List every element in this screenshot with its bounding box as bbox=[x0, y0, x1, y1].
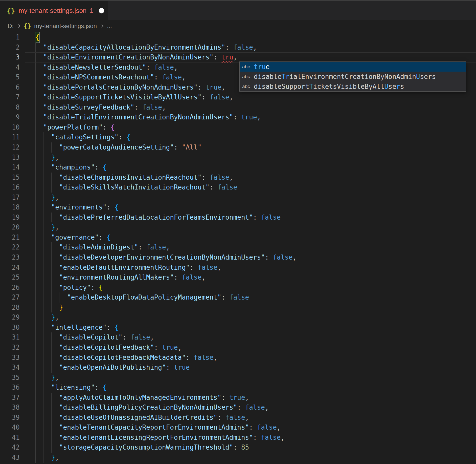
breadcrumb-file[interactable]: my-tenant-settings.json bbox=[34, 23, 97, 30]
code-line-33[interactable]: 33"disableCopilotFeedbackMetadata": fals… bbox=[0, 353, 476, 363]
suggest-label-segment: e bbox=[266, 63, 270, 71]
line-number[interactable]: 31 bbox=[0, 332, 20, 343]
code-line-11[interactable]: 11"catalogSettings": { bbox=[0, 132, 476, 142]
code-line-37[interactable]: 37"applyAutoClaimToOnlyManagedEnvironmen… bbox=[0, 393, 476, 403]
line-number[interactable]: 22 bbox=[0, 242, 20, 252]
line-number[interactable]: 28 bbox=[0, 303, 20, 313]
code-line-15[interactable]: 15"disableChampionsInvitationReachout": … bbox=[0, 173, 476, 183]
code-line-29[interactable]: 29}, bbox=[0, 312, 476, 323]
code-line-19[interactable]: 19"disablePreferredDataLocationForTeamsE… bbox=[0, 213, 476, 223]
line-number[interactable]: 2 bbox=[0, 43, 20, 53]
line-number[interactable]: 19 bbox=[0, 213, 20, 223]
line-number[interactable]: 18 bbox=[0, 202, 20, 213]
line-number[interactable]: 5 bbox=[0, 72, 20, 82]
line-number[interactable]: 4 bbox=[0, 62, 20, 73]
line-number[interactable]: 16 bbox=[0, 182, 20, 193]
code-line-23[interactable]: 23"disableDeveloperEnvironmentCreationBy… bbox=[0, 252, 476, 263]
modified-dot-icon[interactable] bbox=[99, 8, 104, 13]
line-number[interactable]: 25 bbox=[0, 272, 20, 283]
suggest-item-2[interactable]: abcdisableTrialEnvironmentCreationByNonA… bbox=[240, 72, 466, 81]
line-number[interactable]: 36 bbox=[0, 383, 20, 393]
code-line-41[interactable]: 41"enableTenantLicensingReportForEnviron… bbox=[0, 433, 476, 443]
line-number[interactable]: 42 bbox=[0, 442, 20, 453]
line-number[interactable]: 37 bbox=[0, 393, 20, 403]
indent-guide bbox=[43, 423, 51, 433]
code-line-22[interactable]: 22"disableAdminDigest": false, bbox=[0, 242, 476, 252]
code-line-43[interactable]: 43}, bbox=[0, 453, 476, 463]
code-line-20[interactable]: 20}, bbox=[0, 222, 476, 233]
line-number[interactable]: 24 bbox=[0, 263, 20, 273]
code-line-7[interactable]: 7"disableSupportTicketsVisibleByAllUsers… bbox=[0, 92, 476, 102]
line-number[interactable]: 30 bbox=[0, 323, 20, 333]
code-line-32[interactable]: 32"disableCopilotFeedback": true, bbox=[0, 343, 476, 353]
code-line-38[interactable]: 38"disableBillingPolicyCreationByNonAdmi… bbox=[0, 403, 476, 413]
line-number[interactable]: 15 bbox=[0, 173, 20, 183]
indent-guide bbox=[35, 353, 43, 363]
code-line-17[interactable]: 17}, bbox=[0, 193, 476, 203]
code-line-35[interactable]: 35}, bbox=[0, 373, 476, 383]
code-line-42[interactable]: 42"storageCapacityConsumptionWarningThre… bbox=[0, 442, 476, 453]
line-number[interactable]: 3 bbox=[0, 52, 20, 62]
breadcrumb-symbol[interactable]: ... bbox=[107, 23, 112, 30]
code-line-2[interactable]: 2"disableCapacityAllocationByEnvironment… bbox=[0, 43, 476, 53]
code-token: "disableDeveloperEnvironmentCreationByNo… bbox=[59, 252, 265, 263]
code-line-9[interactable]: 9"disableTrialEnvironmentCreationByNonAd… bbox=[0, 112, 476, 122]
line-number[interactable]: 21 bbox=[0, 233, 20, 243]
code-line-18[interactable]: 18"environments": { bbox=[0, 202, 476, 213]
line-number[interactable]: 13 bbox=[0, 153, 20, 163]
code-line-14[interactable]: 14"champions": { bbox=[0, 162, 476, 173]
line-number[interactable]: 41 bbox=[0, 433, 20, 443]
code-line-21[interactable]: 21"governance": { bbox=[0, 233, 476, 243]
tab-error-count-badge: 1 bbox=[90, 7, 93, 14]
code-token: : bbox=[249, 423, 257, 433]
line-number[interactable]: 27 bbox=[0, 292, 20, 303]
line-number[interactable]: 35 bbox=[0, 373, 20, 383]
code-line-8[interactable]: 8"disableSurveyFeedback": false, bbox=[0, 102, 476, 113]
code-line-10[interactable]: 10"powerPlatform": { bbox=[0, 122, 476, 133]
line-number[interactable]: 38 bbox=[0, 403, 20, 413]
code-line-24[interactable]: 24"enableDefaultEnvironmentRouting": fal… bbox=[0, 263, 476, 273]
line-number[interactable]: 43 bbox=[0, 453, 20, 463]
breadcrumb-drive[interactable]: D: bbox=[8, 23, 14, 30]
code-line-26[interactable]: 26"policy": { bbox=[0, 283, 476, 293]
line-number[interactable]: 17 bbox=[0, 193, 20, 203]
line-number[interactable]: 40 bbox=[0, 423, 20, 433]
line-number[interactable]: 9 bbox=[0, 112, 20, 122]
line-number[interactable]: 29 bbox=[0, 312, 20, 323]
code-line-34[interactable]: 34"enableOpenAiBotPublishing": true bbox=[0, 363, 476, 373]
line-number[interactable]: 33 bbox=[0, 353, 20, 363]
line-number[interactable]: 34 bbox=[0, 363, 20, 373]
line-number[interactable]: 1 bbox=[0, 32, 20, 43]
suggest-item-1[interactable]: abctrue bbox=[240, 62, 466, 72]
line-number[interactable]: 20 bbox=[0, 222, 20, 233]
editor[interactable]: 1{2"disableCapacityAllocationByEnvironme… bbox=[0, 32, 476, 463]
suggest-item-3[interactable]: abcdisableSupportTicketsVisibleByAllUser… bbox=[240, 81, 466, 91]
code-line-36[interactable]: 36"licensing": { bbox=[0, 383, 476, 393]
line-number[interactable]: 8 bbox=[0, 102, 20, 113]
code-line-12[interactable]: 12"powerCatalogAudienceSetting": "All" bbox=[0, 142, 476, 153]
active-tab[interactable]: {} my-tenant-settings.json 1 bbox=[0, 1, 108, 20]
code-line-16[interactable]: 16"disableSkillsMatchInvitationReachout"… bbox=[0, 182, 476, 193]
line-number[interactable]: 10 bbox=[0, 122, 20, 133]
line-number[interactable]: 7 bbox=[0, 92, 20, 102]
line-number[interactable]: 32 bbox=[0, 343, 20, 353]
code-line-39[interactable]: 39"disableUseOfUnassignedAIBuilderCredit… bbox=[0, 413, 476, 423]
code-line-13[interactable]: 13}, bbox=[0, 153, 476, 163]
line-number[interactable]: 12 bbox=[0, 142, 20, 153]
line-number[interactable]: 11 bbox=[0, 132, 20, 142]
line-number[interactable]: 6 bbox=[0, 82, 20, 93]
code-line-25[interactable]: 25"environmentRoutingAllMakers": false, bbox=[0, 272, 476, 283]
code-line-27[interactable]: 27"enableDesktopFlowDataPolicyManagement… bbox=[0, 292, 476, 303]
code-line-40[interactable]: 40"enableTenantCapacityReportForEnvironm… bbox=[0, 423, 476, 433]
line-number[interactable]: 14 bbox=[0, 162, 20, 173]
line-number[interactable]: 26 bbox=[0, 283, 20, 293]
code-line-30[interactable]: 30"intelligence": { bbox=[0, 323, 476, 333]
code-line-1[interactable]: 1{ bbox=[0, 32, 476, 43]
code-line-31[interactable]: 31"disableCopilot": false, bbox=[0, 332, 476, 343]
code-token: : bbox=[107, 323, 115, 333]
code-line-28[interactable]: 28} bbox=[0, 303, 476, 313]
code-line-3[interactable]: 3"disableEnvironmentCreationByNonAdminUs… bbox=[0, 52, 476, 62]
code-token: false bbox=[146, 242, 166, 252]
line-number[interactable]: 39 bbox=[0, 413, 20, 423]
line-number[interactable]: 23 bbox=[0, 252, 20, 263]
